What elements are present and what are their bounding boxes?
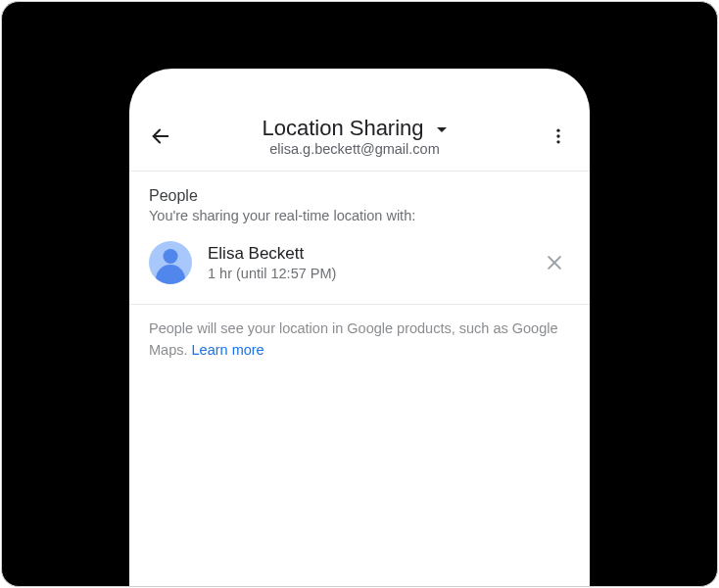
person-name: Elisa Beckett [208,243,519,264]
remove-person-button[interactable] [535,243,574,282]
phone-screen: Location Sharing elisa.g.beckett@gmail.c… [129,69,590,587]
phone-frame: Location Sharing elisa.g.beckett@gmail.c… [110,49,609,587]
app-header: Location Sharing elisa.g.beckett@gmail.c… [129,112,590,172]
account-email: elisa.g.beckett@gmail.com [269,141,439,157]
status-bar-spacer [129,69,590,112]
more-options-button[interactable] [541,119,576,154]
title-block[interactable]: Location Sharing elisa.g.beckett@gmail.c… [168,116,541,157]
caret-down-icon [436,126,448,134]
title-row: Location Sharing [262,116,447,141]
section-title: People [149,187,570,205]
person-text: Elisa Beckett 1 hr (until 12:57 PM) [208,243,519,281]
page-card: Location Sharing elisa.g.beckett@gmail.c… [1,1,718,587]
person-row[interactable]: Elisa Beckett 1 hr (until 12:57 PM) [149,237,570,290]
person-icon [164,249,178,264]
page-title: Location Sharing [262,116,423,141]
more-vert-icon [549,126,568,146]
phone-volume-down [607,431,613,500]
footer-note: People will see your location in Google … [129,305,590,375]
phone-volume-up [607,353,613,421]
svg-point-3 [556,140,559,143]
section-subtitle: You're sharing your real-time location w… [149,208,570,223]
close-icon [545,253,564,272]
svg-point-2 [556,134,559,137]
phone-power-button [607,294,613,329]
svg-point-1 [556,129,559,132]
person-share-status: 1 hr (until 12:57 PM) [208,265,519,282]
people-section: People You're sharing your real-time loc… [129,172,590,305]
avatar [149,241,192,284]
learn-more-link[interactable]: Learn more [192,342,264,358]
